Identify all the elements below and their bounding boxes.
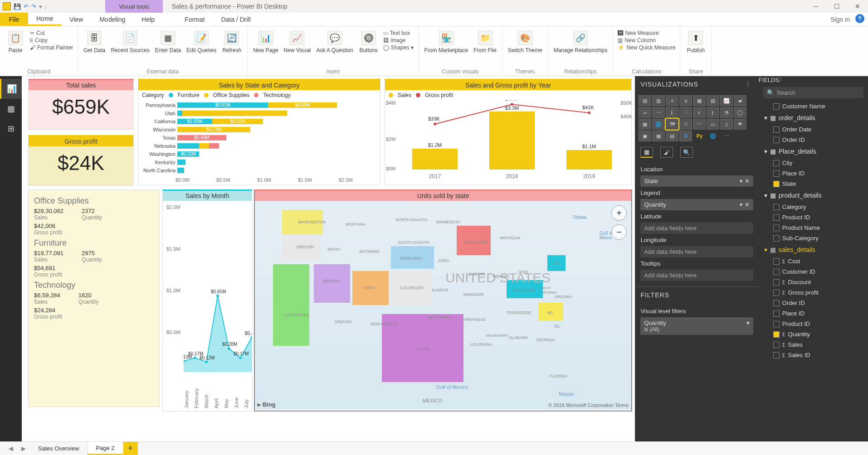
field-row[interactable]: ΣDiscount (761, 277, 866, 287)
viz-waterfall[interactable]: ⫿ (666, 107, 678, 118)
copy-button[interactable]: ⎘ Copy (30, 37, 73, 44)
viz-stacked-column[interactable]: ▥ (652, 95, 665, 106)
viz-r[interactable]: R (679, 131, 692, 141)
viz-stacked-bar[interactable]: ▤ (639, 95, 651, 106)
field-row[interactable]: City (761, 158, 866, 168)
viz-slicer[interactable]: ▣ (639, 131, 651, 141)
collapse-icon[interactable]: 〉 (746, 81, 753, 89)
add-page-button[interactable]: + (123, 442, 138, 455)
from-file-button[interactable]: 📁From File (473, 30, 497, 54)
save-icon[interactable]: 💾 (14, 3, 21, 10)
close-button[interactable]: ✕ (847, 0, 868, 13)
paste-button[interactable]: 📋Paste (5, 30, 26, 54)
viz-ribbon[interactable]: 〰 (652, 107, 665, 118)
buttons-button[interactable]: 🔘Buttons (358, 30, 380, 54)
model-view-button[interactable]: ⊞ (0, 119, 22, 139)
field-row[interactable]: ΣGross profit (761, 287, 866, 298)
zoom-in-button[interactable]: + (611, 205, 627, 221)
table-category-summary[interactable]: Office Supplies $28,30,082Sales 2372Quan… (28, 189, 160, 407)
viz-kpi[interactable]: ⚑ (734, 119, 746, 130)
table-row[interactable]: ▾▦Place_details (761, 145, 866, 158)
viz-pie[interactable]: ◔ (720, 107, 733, 118)
viz-combo1[interactable]: ⫾ (693, 107, 706, 118)
help-icon[interactable]: ? (855, 14, 864, 23)
chart-sales-by-state[interactable]: Sales by State and Category Category Fur… (138, 79, 380, 185)
edit-queries-button[interactable]: 📝Edit Queries (185, 30, 217, 54)
from-marketplace-button[interactable]: 🏪From Marketplace (423, 30, 469, 54)
viz-matrix[interactable]: ▤ (666, 131, 678, 141)
field-row[interactable]: Category (761, 202, 866, 212)
report-canvas[interactable]: Total sales $659K Gross profit $24K Sale… (22, 76, 635, 441)
undo-icon[interactable]: ↶ (24, 3, 29, 10)
tab-help[interactable]: Help (133, 13, 163, 26)
redo-icon[interactable]: ↷ (31, 3, 36, 10)
field-row[interactable]: State (761, 179, 866, 189)
sign-in-link[interactable]: Sign in (830, 13, 850, 26)
format-painter-button[interactable]: 🖌 Format Painter (30, 44, 73, 51)
viz-funnel[interactable]: ▽ (679, 119, 692, 130)
field-row[interactable]: Product ID (761, 319, 866, 329)
viz-multi-card[interactable]: ▯ (720, 119, 733, 130)
viz-treemap[interactable]: ▦ (639, 119, 651, 130)
table-row[interactable]: ▾▦product_details (761, 189, 866, 202)
page-prev[interactable]: ◀ (5, 442, 17, 455)
field-row[interactable]: Order Date (761, 124, 866, 135)
map-units-by-state[interactable]: Units sold by state UNITED STATES (254, 189, 632, 411)
viz-combo2[interactable]: ⫿ (707, 107, 719, 118)
minimize-button[interactable]: ─ (805, 0, 826, 13)
viz-arcgis[interactable]: 🌐 (707, 131, 719, 141)
field-row[interactable]: ΣCost (761, 256, 866, 266)
table-row[interactable]: ▾▦sales_details (761, 243, 866, 256)
new-column-button[interactable]: ▥ New Column (618, 37, 675, 44)
viz-map[interactable]: 🌐 (652, 119, 665, 130)
viz-table[interactable]: ▦ (652, 131, 665, 141)
viz-line[interactable]: 📈 (720, 95, 733, 106)
viz-clustered-bar[interactable]: ≡ (666, 95, 678, 106)
page-tab[interactable]: Sales Overview (30, 442, 88, 455)
switch-theme-button[interactable]: 🎨Switch Theme (507, 30, 543, 54)
tab-format[interactable]: Format (176, 13, 213, 26)
well-latitude[interactable]: Add data fields here (640, 223, 753, 234)
page-tab[interactable]: Page 2 (88, 442, 123, 455)
file-menu[interactable]: File (0, 13, 28, 26)
collapse-icon[interactable]: 〉 (779, 77, 785, 83)
well-longitude[interactable]: Add data fields here (640, 246, 753, 257)
fields-search[interactable]: 🔍 Search (763, 87, 863, 98)
analytics-tab[interactable]: 🔍 (680, 147, 693, 158)
field-row[interactable]: Customer ID (761, 266, 866, 277)
field-row[interactable]: Order ID (761, 298, 866, 308)
image-button[interactable]: 🖼 Image (383, 37, 414, 44)
tab-view[interactable]: View (61, 13, 91, 26)
viz-stacked-area[interactable]: ▱ (639, 107, 651, 118)
tab-home[interactable]: Home (28, 13, 61, 26)
filter-quantity[interactable]: Quantity▾ is (All) (640, 317, 753, 335)
data-view-button[interactable]: ▦ (0, 99, 22, 119)
viz-area[interactable]: ▰ (734, 95, 746, 106)
get-data-button[interactable]: 🗄Get Data (83, 30, 106, 54)
table-row[interactable]: ▾▦order_details (761, 111, 866, 124)
field-row[interactable]: Place ID (761, 308, 866, 319)
manage-relationships-button[interactable]: 🔗Manage Relationships (553, 30, 609, 54)
new-quick-measure-button[interactable]: ⚡ New Quick Measure (618, 44, 675, 51)
new-measure-button[interactable]: 🅼 New Measure (618, 30, 675, 36)
field-row[interactable]: ΣQuantity (761, 329, 866, 339)
well-location[interactable]: State▾ ✕ (640, 175, 753, 187)
tab-modeling[interactable]: Modeling (91, 13, 133, 26)
viz-donut[interactable]: ◯ (734, 107, 746, 118)
field-row[interactable]: Place ID (761, 168, 866, 179)
page-next[interactable]: ▶ (17, 442, 30, 455)
textbox-button[interactable]: ▭ Text box (383, 30, 414, 36)
zoom-out-button[interactable]: − (611, 224, 627, 240)
format-tab[interactable]: 🖌 (660, 147, 673, 158)
qat-dropdown-icon[interactable]: ▾ (39, 3, 42, 10)
viz-clustered-column[interactable]: ⫼ (679, 95, 692, 106)
chart-sales-by-month[interactable]: Sales by Month $2.0M$1.5M$1.0M$0.5M $0.1… (162, 189, 252, 411)
enter-data-button[interactable]: ▦Enter Data (154, 30, 182, 54)
card-total-sales[interactable]: Total sales $659K (28, 79, 134, 130)
cut-button[interactable]: ✂ Cut (30, 30, 73, 36)
viz-filled-map[interactable]: 🗺 (666, 119, 678, 130)
ask-question-button[interactable]: 💬Ask A Question (315, 30, 354, 54)
viz-100-bar[interactable]: ▦ (693, 95, 706, 106)
viz-scatter[interactable]: ⁘ (679, 107, 692, 118)
tab-data-drill[interactable]: Data / Drill (213, 13, 258, 26)
